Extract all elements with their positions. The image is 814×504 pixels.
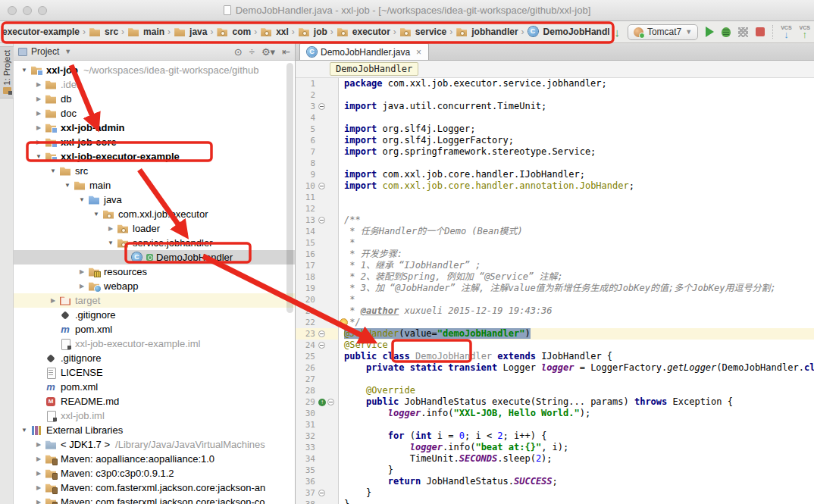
expander-open-icon[interactable]: ▼ (47, 167, 59, 174)
tree-item-xxl-job-core[interactable]: ▶xxl-job-core (14, 135, 295, 149)
override-method-icon[interactable]: ↑ (318, 399, 326, 406)
tree-item-webapp[interactable]: ▶webapp (14, 279, 295, 293)
fold-icon[interactable] (327, 399, 334, 405)
tree-item-maven-c3p0-c3p0-0-9-1-2[interactable]: ▶Maven: c3p0:c3p0:0.9.1.2 (14, 466, 295, 481)
expander-closed-icon[interactable]: ▶ (33, 95, 45, 102)
zoom-window-button[interactable] (38, 6, 47, 15)
expander-closed-icon[interactable]: ▶ (47, 297, 59, 304)
navigate-down-icon[interactable]: ↓ (614, 27, 620, 38)
coverage-button[interactable] (738, 27, 748, 37)
breadcrumb-item[interactable]: com (216, 27, 251, 37)
expander-open-icon[interactable]: ▼ (90, 211, 102, 218)
tree-item-xxl-job-admin[interactable]: ▶xxl-job-admin (14, 121, 295, 135)
tree-item--jdk1-7-[interactable]: ▶< JDK1.7 >/Library/Java/JavaVirtualMach… (14, 437, 295, 452)
breadcrumb-item[interactable]: executor-example (2, 27, 80, 37)
fold-icon[interactable] (318, 342, 325, 349)
expander-closed-icon[interactable]: ▶ (76, 268, 88, 275)
project-tool-window-button[interactable]: 1: Project (0, 46, 14, 99)
close-tab-icon[interactable]: × (416, 47, 421, 58)
expander-closed-icon[interactable]: ▶ (33, 470, 45, 477)
chevron-down-icon[interactable]: ▼ (64, 48, 71, 55)
expander-open-icon[interactable]: ▼ (18, 67, 30, 74)
tree-item-service-jobhandler[interactable]: ▼service.jobhandler (14, 236, 295, 250)
expander-open-icon[interactable]: ▼ (18, 427, 30, 434)
tree-item-target[interactable]: ▶target (14, 293, 295, 308)
fold-icon[interactable] (318, 103, 325, 110)
fold-icon[interactable] (318, 183, 325, 189)
breadcrumb-class-chip[interactable]: DemoJobHandler (330, 62, 418, 76)
debug-button[interactable] (722, 27, 731, 37)
hide-panel-button[interactable]: ⇤ (282, 46, 290, 58)
close-window-button[interactable] (8, 6, 17, 15)
tree-item-maven-aopalliance-aopalliance-1-0[interactable]: ▶Maven: aopalliance:aopalliance:1.0 (14, 452, 295, 466)
chevron-right-icon: › (210, 27, 213, 37)
expander-closed-icon[interactable]: ▶ (105, 225, 117, 232)
tree-item-label: README.md (61, 396, 119, 407)
expander-closed-icon[interactable]: ▶ (33, 499, 45, 504)
intention-bulb-icon[interactable] (340, 318, 348, 327)
vcs-commit-button[interactable]: VCS↑ (800, 25, 810, 39)
breadcrumb-item[interactable]: main (127, 27, 164, 37)
breadcrumb-item[interactable]: job (298, 27, 327, 37)
expander-open-icon[interactable]: ▼ (105, 239, 117, 246)
code-area[interactable]: package com.xxl.job.executor.service.job… (339, 78, 814, 504)
expander-closed-icon[interactable]: ▶ (33, 441, 45, 448)
settings-gear-icon[interactable]: ⚙▾ (261, 46, 275, 58)
stop-button[interactable] (756, 27, 765, 36)
breadcrumb-item[interactable]: jobhandler (456, 27, 518, 37)
tree-item-loader[interactable]: ▶loader (14, 221, 295, 236)
breadcrumb-item[interactable]: xxl (260, 27, 289, 37)
expander-open-icon[interactable]: ▼ (61, 182, 74, 189)
tab-demojobhandler[interactable]: C DemoJobHandler.java × (299, 43, 429, 60)
tree-item--gitignore[interactable]: .gitignore (14, 308, 295, 322)
breadcrumb-item[interactable]: service (399, 27, 446, 37)
expander-closed-icon[interactable]: ▶ (33, 81, 45, 88)
tree-item-db[interactable]: ▶db (14, 92, 295, 106)
expander-closed-icon[interactable]: ▶ (33, 484, 45, 491)
tree-item-maven-com-fasterxml-jackson-core-jackson-an[interactable]: ▶Maven: com.fasterxml.jackson.core:jacks… (14, 481, 295, 495)
tree-item-xxl-job-executor-example[interactable]: ▼xxl-job-executor-example (14, 149, 295, 164)
tree-item-external-libraries[interactable]: ▼External Libraries (14, 423, 295, 437)
expander-closed-icon[interactable]: ▶ (33, 124, 45, 131)
line-number: 3 (296, 102, 315, 111)
expander-open-icon[interactable]: ▼ (33, 153, 45, 160)
expander-open-icon[interactable]: ▼ (76, 196, 88, 203)
project-tree[interactable]: ▼xxl-job~/workspaces/idea-git-workspace/… (14, 61, 295, 504)
tree-item-readme-md[interactable]: README.md (14, 394, 295, 409)
breadcrumb-item[interactable]: java (174, 27, 207, 37)
expander-closed-icon[interactable]: ▶ (33, 455, 45, 462)
tree-item-main[interactable]: ▼main (14, 178, 295, 193)
minimize-window-button[interactable] (23, 6, 32, 15)
tree-item-xxl-job-iml[interactable]: xxl-job.iml (14, 409, 295, 423)
tree-item-resources[interactable]: ▶resources (14, 265, 295, 279)
breadcrumb-item[interactable]: DemoJobHandler (528, 27, 618, 37)
tree-item-demojobhandler[interactable]: DemoJobHandler (14, 250, 295, 265)
run-configuration-select[interactable]: Tomcat7 ▼ (628, 24, 698, 40)
tree-item-java[interactable]: ▼java (14, 193, 295, 207)
tree-item--gitignore[interactable]: .gitignore (14, 351, 295, 365)
tree-scrollbar[interactable] (286, 63, 293, 313)
fold-icon[interactable] (318, 330, 325, 337)
tree-item-xxl-job-executor-example-iml[interactable]: xxl-job-executor-example.iml (14, 337, 295, 351)
tree-item-src[interactable]: ▼src (14, 164, 295, 178)
expander-closed-icon[interactable]: ▶ (33, 139, 45, 146)
collapse-all-button[interactable]: ÷ (249, 46, 255, 58)
expander-closed-icon[interactable]: ▶ (33, 110, 45, 117)
line-number: 27 (296, 374, 315, 384)
vcs-update-button[interactable]: VCS↓ (781, 25, 791, 39)
breadcrumb-item[interactable]: executor (337, 27, 390, 37)
fold-icon[interactable] (318, 217, 325, 224)
tree-item-maven-com-fasterxml-jackson-core-jackson-co[interactable]: ▶Maven: com.fasterxml.jackson.core:jacks… (14, 495, 295, 504)
tree-item-doc[interactable]: ▶doc (14, 106, 295, 121)
tree-item--idea[interactable]: ▶.idea (14, 77, 295, 92)
run-button[interactable] (706, 27, 714, 37)
tree-item-pom-xml[interactable]: pom.xml (14, 380, 295, 394)
locate-file-button[interactable]: ⊙ (234, 46, 243, 58)
expander-closed-icon[interactable]: ▶ (76, 283, 88, 290)
tree-item-xxl-job[interactable]: ▼xxl-job~/workspaces/idea-git-workspace/… (14, 63, 295, 77)
tree-item-pom-xml[interactable]: pom.xml (14, 322, 295, 337)
tree-item-com-xxl-job-executor[interactable]: ▼com.xxl.job.executor (14, 207, 295, 221)
tree-item-license[interactable]: LICENSE (14, 365, 295, 380)
fold-icon[interactable] (318, 490, 325, 496)
breadcrumb-item[interactable]: src (89, 27, 118, 37)
